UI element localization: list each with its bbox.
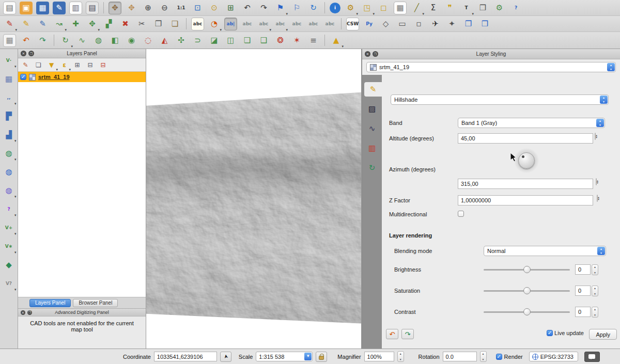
azimuth-stepper[interactable] bbox=[596, 178, 597, 185]
float-panel-icon[interactable] bbox=[27, 310, 32, 315]
blending-mode-combo[interactable]: Normal bbox=[484, 246, 606, 256]
csw-search-icon[interactable]: CSW bbox=[346, 18, 359, 30]
dock-tab[interactable]: Browser Panel bbox=[73, 299, 118, 307]
dock-tab[interactable]: Layers Panel bbox=[29, 299, 71, 307]
delete-ring-icon[interactable]: ◌ bbox=[142, 34, 154, 47]
dropdown-arrow-icon[interactable] bbox=[304, 353, 312, 360]
new-spatialite-layer-icon[interactable]: V∗ bbox=[3, 240, 16, 253]
azimuth-input[interactable]: 315,00 bbox=[458, 179, 593, 189]
scale-lock-icon[interactable] bbox=[316, 352, 327, 362]
history-tab-icon[interactable]: ↻ bbox=[364, 161, 380, 175]
rotate-feature-icon[interactable]: ↻ bbox=[59, 34, 72, 47]
open-attribute-table-icon[interactable]: ▦ bbox=[394, 2, 407, 14]
help-icon[interactable]: ? bbox=[509, 2, 522, 14]
add-group-icon[interactable]: ❏ bbox=[33, 59, 44, 70]
zoom-out-icon[interactable]: ⊖ bbox=[158, 2, 171, 14]
move-label-icon[interactable]: abc bbox=[290, 18, 303, 30]
zoom-last-icon[interactable]: ↶ bbox=[241, 2, 254, 14]
zfactor-input[interactable]: 1,00000000 bbox=[458, 195, 593, 205]
new-shapefile-layer-icon[interactable]: V+ bbox=[3, 221, 16, 234]
open-layer-styling-icon[interactable]: ✎ bbox=[20, 59, 31, 70]
python-console-icon[interactable]: Py bbox=[363, 18, 376, 30]
text-annotation-icon[interactable]: T bbox=[460, 2, 473, 14]
zoom-full-icon[interactable]: ⊡ bbox=[191, 2, 204, 14]
add-wcs-layer-icon[interactable]: ◍ bbox=[3, 166, 16, 179]
combo-spinner-icon[interactable] bbox=[597, 247, 605, 255]
live-update-checkbox[interactable] bbox=[547, 330, 553, 336]
current-edits-icon[interactable]: ✎ bbox=[3, 18, 16, 30]
filter-expression-icon[interactable]: ε bbox=[59, 59, 70, 70]
simplify-feature-icon[interactable]: ∿ bbox=[75, 34, 88, 47]
new-geopackage-layer-icon[interactable]: ◆ bbox=[3, 259, 16, 272]
float-panel-icon[interactable] bbox=[373, 51, 378, 57]
layer-diagram-icon[interactable]: ◔ bbox=[208, 18, 221, 30]
add-postgis-layer-icon[interactable]: ▛ bbox=[3, 110, 16, 123]
layer-visibility-checkbox[interactable] bbox=[20, 74, 26, 80]
highlight-labels-icon[interactable]: abc bbox=[241, 18, 254, 30]
rotation-stepper[interactable] bbox=[480, 351, 487, 362]
copy-layer-icon[interactable]: ❒ bbox=[478, 18, 491, 30]
paste-features-icon[interactable]: ❏ bbox=[168, 18, 181, 30]
fill-ring-icon[interactable]: ◉ bbox=[125, 34, 138, 47]
slider-knob[interactable] bbox=[523, 308, 531, 315]
change-label-icon[interactable]: abc bbox=[323, 18, 336, 30]
add-spatialite-layer-icon[interactable]: ▟ bbox=[3, 129, 16, 141]
add-delimited-text-icon[interactable]: ,, bbox=[3, 91, 16, 104]
new-scratch-layer-icon[interactable]: V? bbox=[3, 277, 16, 290]
style-manager-icon[interactable]: ▲ bbox=[330, 34, 343, 47]
magnifier-input[interactable]: 100% bbox=[364, 352, 394, 361]
node-tool-icon[interactable]: ▞ bbox=[102, 18, 115, 30]
toggle-editing-icon[interactable]: ✎ bbox=[20, 18, 33, 30]
remove-layer-icon[interactable]: ⊟ bbox=[98, 59, 109, 70]
float-panel-icon[interactable] bbox=[28, 51, 34, 56]
combo-spinner-icon[interactable] bbox=[607, 63, 615, 71]
save-layer-edits-icon[interactable]: ✎ bbox=[36, 18, 49, 30]
scale-combo[interactable]: 1:315 538 bbox=[256, 352, 313, 361]
slider-knob[interactable] bbox=[523, 287, 531, 294]
show-hide-labels-icon[interactable]: abc bbox=[274, 18, 287, 30]
combo-spinner-icon[interactable] bbox=[600, 96, 608, 104]
azimuth-dial[interactable] bbox=[518, 152, 535, 169]
add-wms-layer-icon[interactable]: ◍ bbox=[3, 147, 16, 160]
measure-line-icon[interactable]: ╱ bbox=[410, 2, 423, 14]
mouse-position-toggle-icon[interactable]: ➤ bbox=[220, 352, 231, 362]
split-features-icon[interactable]: ◪ bbox=[208, 34, 221, 47]
slider-value-stepper[interactable] bbox=[592, 307, 598, 318]
layer-tree-item[interactable]: srtm_41_19 bbox=[18, 72, 146, 82]
render-checkbox[interactable] bbox=[496, 354, 502, 360]
magnifier-stepper[interactable] bbox=[397, 351, 404, 362]
map-tips-icon[interactable]: ❞ bbox=[443, 2, 456, 14]
layer-tree[interactable]: srtm_41_19 bbox=[18, 72, 146, 297]
offset-point-symbol-icon[interactable]: ✶ bbox=[290, 34, 303, 47]
delete-part-icon[interactable]: ◭ bbox=[158, 34, 171, 47]
histogram-tab-icon[interactable]: ∿ bbox=[364, 121, 380, 136]
symbology-tab-icon[interactable]: ✎ bbox=[364, 82, 382, 97]
renderer-combo[interactable]: Hillshade bbox=[391, 94, 609, 105]
slider-value-input[interactable]: 0 bbox=[575, 264, 591, 275]
combo-spinner-icon[interactable] bbox=[596, 119, 604, 127]
close-icon[interactable] bbox=[365, 51, 370, 57]
extent-rect-icon[interactable]: ▭ bbox=[396, 18, 409, 30]
offset-curve-icon[interactable]: ⊃ bbox=[191, 34, 204, 47]
snapping-options-icon[interactable]: ≡ bbox=[307, 34, 320, 47]
save-project-as-icon[interactable]: ✎ bbox=[53, 2, 66, 14]
layer-labeling-icon[interactable]: abc bbox=[191, 18, 204, 30]
statistical-summary-icon[interactable]: Σ bbox=[427, 2, 440, 14]
close-icon[interactable] bbox=[21, 51, 26, 56]
pan-map-icon[interactable]: ✥ bbox=[109, 2, 121, 14]
deselect-features-icon[interactable]: ◻ bbox=[377, 2, 390, 14]
georeferencer-icon[interactable]: ✈ bbox=[429, 18, 442, 30]
slider-knob[interactable] bbox=[523, 266, 531, 273]
multidirectional-checkbox[interactable] bbox=[458, 211, 464, 217]
add-feature-icon[interactable]: ✚ bbox=[69, 18, 82, 30]
new-print-layout-icon[interactable]: ▥ bbox=[69, 2, 82, 14]
add-part-icon[interactable]: ◧ bbox=[109, 34, 121, 47]
save-project-icon[interactable]: ▦ bbox=[36, 2, 49, 14]
plugin-tool-icon[interactable]: ✦ bbox=[445, 18, 458, 30]
band-combo[interactable]: Band 1 (Gray) bbox=[458, 118, 605, 128]
zoom-in-icon[interactable]: ⊕ bbox=[142, 2, 154, 14]
rotation-input[interactable]: 0.0 bbox=[443, 352, 477, 361]
refresh-map-icon[interactable]: ↻ bbox=[307, 2, 320, 14]
copy-features-icon[interactable]: ❐ bbox=[152, 18, 165, 30]
zfactor-stepper[interactable] bbox=[597, 195, 598, 202]
